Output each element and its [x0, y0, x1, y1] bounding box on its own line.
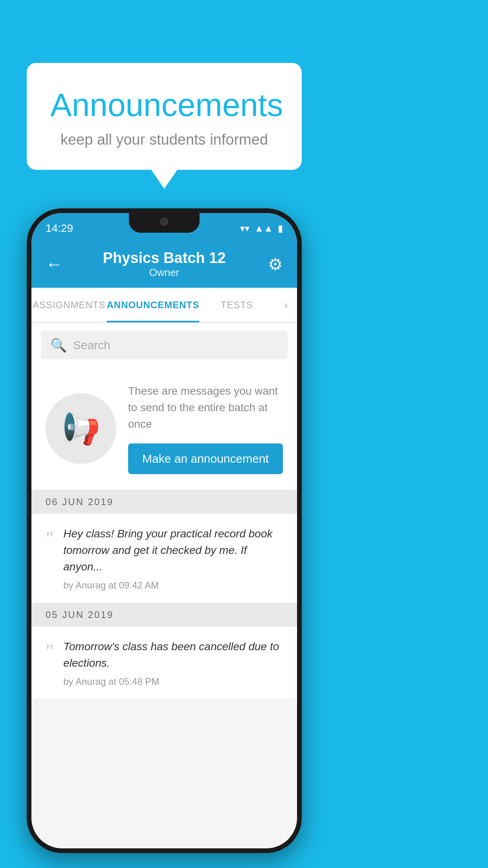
- camera: [160, 218, 168, 226]
- announcement-meta-2: by Anurag at 05:48 PM: [63, 676, 283, 687]
- search-bar: 🔍 Search: [31, 323, 297, 367]
- speech-bubble-subtitle: keep all your students informed: [50, 131, 278, 148]
- announcement-text-2: Tomorrow's class has been cancelled due …: [63, 638, 283, 671]
- quote-icon-2: ": [46, 642, 54, 662]
- tab-tests[interactable]: TESTS: [199, 288, 275, 322]
- status-icons: ▾▾ ▲▲ ▮: [240, 223, 283, 234]
- tab-announcements[interactable]: ANNOUNCEMENTS: [107, 288, 200, 322]
- phone-screen: 14:29 ▾▾ ▲▲ ▮ ← Physics Batch 12 Owner ⚙: [31, 213, 297, 848]
- tab-bar: ASSIGNMENTS ANNOUNCEMENTS TESTS ›: [31, 288, 297, 323]
- speech-bubble: Announcements keep all your students inf…: [27, 63, 302, 170]
- phone-frame: 14:29 ▾▾ ▲▲ ▮ ← Physics Batch 12 Owner ⚙: [27, 208, 302, 853]
- search-placeholder: Search: [73, 338, 110, 352]
- battery-icon: ▮: [278, 223, 283, 234]
- promo-description: These are messages you want to send to t…: [128, 383, 283, 432]
- tab-assignments[interactable]: ASSIGNMENTS: [31, 288, 107, 322]
- announcement-item-1[interactable]: " Hey class! Bring your practical record…: [31, 514, 297, 603]
- app-header: ← Physics Batch 12 Owner ⚙: [31, 241, 297, 288]
- signal-icon: ▲▲: [254, 223, 273, 234]
- phone-notch: [129, 213, 200, 233]
- header-subtitle: Owner: [69, 267, 259, 279]
- status-time: 14:29: [46, 222, 73, 235]
- quote-icon-1: ": [46, 529, 54, 549]
- wifi-icon: ▾▾: [240, 223, 250, 234]
- announcement-text-area-1: Hey class! Bring your practical record b…: [63, 526, 283, 591]
- header-center: Physics Batch 12 Owner: [69, 250, 259, 279]
- tab-more[interactable]: ›: [275, 299, 297, 311]
- announcement-meta-1: by Anurag at 09:42 AM: [63, 580, 283, 591]
- date-separator-2: 05 JUN 2019: [31, 603, 297, 627]
- back-button[interactable]: ←: [46, 254, 69, 274]
- search-input-wrapper[interactable]: 🔍 Search: [41, 331, 288, 359]
- make-announcement-button[interactable]: Make an announcement: [128, 443, 283, 474]
- announcement-item-2[interactable]: " Tomorrow's class has been cancelled du…: [31, 627, 297, 699]
- date-separator-1: 06 JUN 2019: [31, 490, 297, 514]
- speech-bubble-title: Announcements: [50, 86, 278, 123]
- announcement-icon: 📢: [61, 410, 101, 447]
- promo-icon-circle: 📢: [46, 393, 116, 464]
- search-icon: 🔍: [50, 337, 67, 353]
- announcement-text-area-2: Tomorrow's class has been cancelled due …: [63, 638, 283, 687]
- announcement-text-1: Hey class! Bring your practical record b…: [63, 526, 283, 575]
- header-title: Physics Batch 12: [69, 250, 259, 267]
- content-area: 🔍 Search 📢 These are messages you want t…: [31, 323, 297, 848]
- promo-card: 📢 These are messages you want to send to…: [31, 367, 297, 490]
- promo-text-area: These are messages you want to send to t…: [128, 383, 283, 474]
- settings-button[interactable]: ⚙: [259, 255, 283, 274]
